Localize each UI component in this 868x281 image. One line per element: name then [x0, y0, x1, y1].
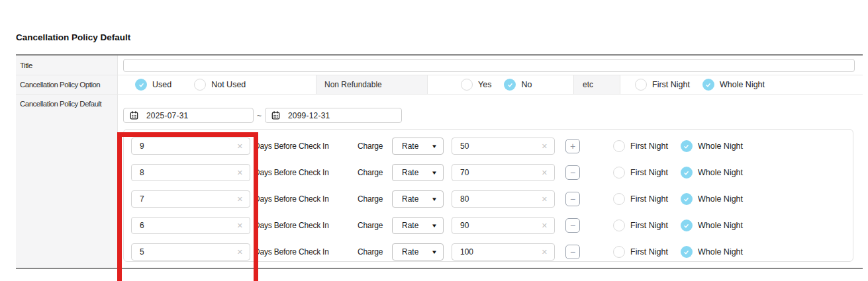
radio-used[interactable] — [135, 79, 147, 91]
days-input[interactable]: 8 ✕ — [131, 164, 250, 181]
check-icon — [704, 81, 712, 89]
days-input-value: 6 — [140, 221, 144, 230]
clear-icon[interactable]: ✕ — [237, 249, 243, 256]
charge-label: Charge — [358, 141, 383, 151]
charge-label: Charge — [358, 247, 383, 257]
add-remove-button[interactable]: − — [565, 192, 580, 206]
charge-value: 100 — [460, 247, 473, 257]
days-before-label: Days Before Check In — [254, 194, 334, 204]
radio-whole-night[interactable] — [681, 140, 693, 152]
charge-type-select[interactable]: Rate ▼ — [392, 138, 444, 155]
add-remove-button[interactable]: − — [565, 245, 580, 259]
charge-value-input[interactable]: 70 ✕ — [452, 164, 555, 181]
days-before-label: Days Before Check In — [254, 221, 334, 230]
radio-yes[interactable] — [461, 79, 473, 91]
radio-whole-night[interactable] — [681, 167, 693, 179]
radio-first-night[interactable] — [635, 79, 647, 91]
night-type-radio-group: First NightWhole Night — [613, 246, 755, 258]
charge-value-input[interactable]: 50 ✕ — [452, 138, 555, 155]
days-input[interactable]: 5 ✕ — [131, 243, 250, 261]
days-input-value: 7 — [140, 194, 144, 204]
night-type-radio-group: First NightWhole Night — [613, 193, 755, 205]
charge-type-value: Rate — [402, 168, 418, 177]
radio-label-whole-night[interactable]: Whole Night — [698, 168, 743, 177]
radio-first-night[interactable] — [613, 140, 625, 152]
check-icon — [138, 81, 145, 89]
date-to-input[interactable]: 2099-12-31 — [265, 108, 402, 123]
clear-icon[interactable]: ✕ — [237, 222, 243, 229]
option-row-label: Cancellation Policy Option — [16, 75, 118, 94]
radio-label-first-night[interactable]: First Night — [630, 247, 668, 257]
clear-icon[interactable]: ✕ — [542, 169, 548, 177]
radio-label-whole-night[interactable]: Whole Night — [698, 141, 743, 151]
charge-value-input[interactable]: 100 ✕ — [452, 243, 555, 261]
non-refundable-label: Non Refundable — [316, 75, 428, 94]
charge-type-select[interactable]: Rate ▼ — [392, 164, 444, 181]
clear-icon[interactable]: ✕ — [237, 169, 243, 177]
radio-whole-night[interactable] — [681, 246, 693, 258]
charge-type-select[interactable]: Rate ▼ — [392, 190, 444, 208]
radio-first-night[interactable] — [613, 193, 625, 205]
radio-label-not-used[interactable]: Not Used — [211, 80, 246, 89]
check-icon — [506, 81, 514, 89]
check-icon — [683, 196, 690, 203]
title-input[interactable] — [123, 59, 855, 72]
check-icon — [683, 222, 690, 229]
radio-label-first-night[interactable]: First Night — [630, 141, 668, 151]
date-to-value: 2099-12-31 — [288, 111, 330, 120]
clear-icon[interactable]: ✕ — [237, 143, 243, 150]
radio-label-first-night[interactable]: First Night — [652, 80, 690, 89]
default-row-label: Cancellation Policy Default — [16, 95, 118, 268]
radio-label-used[interactable]: Used — [152, 80, 171, 89]
radio-whole-night[interactable] — [702, 79, 714, 91]
add-remove-button[interactable]: − — [565, 218, 580, 233]
charge-type-select[interactable]: Rate ▼ — [392, 217, 444, 234]
default-row-content: 2025-07-31 ~ 2099-12-31 — [118, 95, 863, 268]
radio-first-night[interactable] — [613, 246, 625, 258]
radio-label-first-night[interactable]: First Night — [630, 168, 668, 177]
days-input[interactable]: 7 ✕ — [131, 190, 250, 208]
radio-label-whole-night[interactable]: Whole Night — [698, 221, 743, 230]
days-input[interactable]: 9 ✕ — [131, 138, 250, 155]
radio-label-whole-night[interactable]: Whole Night — [720, 80, 765, 89]
add-remove-symbol: − — [570, 221, 575, 230]
days-input[interactable]: 6 ✕ — [131, 217, 250, 234]
charge-type-select[interactable]: Rate ▼ — [392, 243, 444, 261]
night-type-radio-group: First NightWhole Night — [613, 140, 755, 152]
charge-value: 50 — [460, 141, 469, 151]
charge-value-input[interactable]: 80 ✕ — [452, 190, 555, 208]
date-from-input[interactable]: 2025-07-31 — [123, 108, 254, 123]
add-remove-button[interactable]: + — [565, 139, 580, 153]
clear-icon[interactable]: ✕ — [237, 196, 243, 203]
charge-value-input[interactable]: 90 ✕ — [452, 217, 555, 234]
night-type-radio-group: First NightWhole Night — [613, 167, 755, 179]
clear-icon[interactable]: ✕ — [542, 143, 548, 150]
add-remove-symbol: + — [570, 141, 575, 151]
radio-first-night[interactable] — [613, 167, 625, 179]
add-remove-symbol: − — [570, 247, 575, 257]
clear-icon[interactable]: ✕ — [542, 196, 548, 203]
dropdown-arrow-icon: ▼ — [431, 249, 438, 255]
radio-whole-night[interactable] — [681, 220, 693, 231]
radio-label-first-night[interactable]: First Night — [630, 194, 668, 204]
radio-label-yes[interactable]: Yes — [478, 80, 491, 89]
radio-no[interactable] — [504, 79, 516, 91]
date-from-value: 2025-07-31 — [146, 111, 188, 120]
radio-label-no[interactable]: No — [521, 80, 532, 89]
dropdown-arrow-icon: ▼ — [431, 170, 438, 176]
clear-icon[interactable]: ✕ — [542, 222, 548, 229]
days-before-label: Days Before Check In — [254, 168, 334, 177]
radio-label-whole-night[interactable]: Whole Night — [698, 247, 743, 257]
clear-icon[interactable]: ✕ — [542, 249, 548, 256]
calendar-icon — [130, 111, 138, 120]
add-remove-button[interactable]: − — [565, 165, 580, 180]
policy-row: 7 ✕ Days Before Check In Charge Rate ▼ 8… — [131, 190, 853, 208]
radio-label-whole-night[interactable]: Whole Night — [698, 194, 743, 204]
radio-not-used[interactable] — [194, 79, 206, 91]
add-remove-symbol: − — [570, 194, 575, 204]
policy-row: 9 ✕ Days Before Check In Charge Rate ▼ 5… — [131, 138, 853, 155]
radio-first-night[interactable] — [613, 220, 625, 231]
radio-whole-night[interactable] — [681, 193, 693, 205]
check-icon — [683, 249, 690, 256]
radio-label-first-night[interactable]: First Night — [630, 221, 668, 230]
